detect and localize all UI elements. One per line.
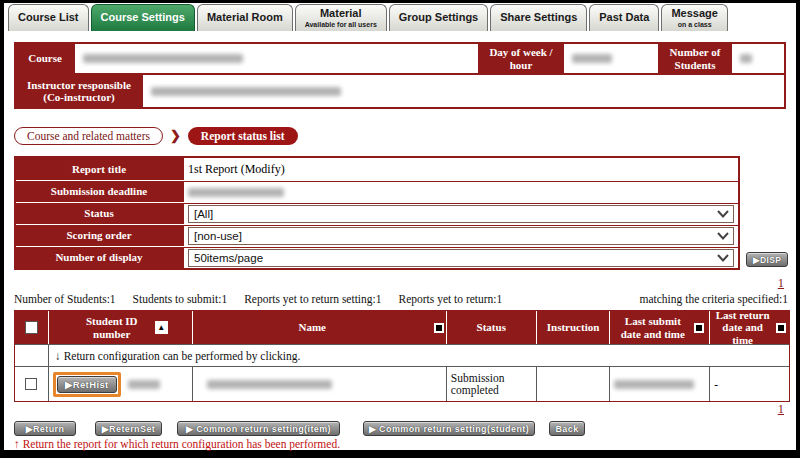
screenshot-frame: Course List Course Settings Material Roo… — [0, 0, 800, 458]
last-submit-cell — [610, 367, 710, 401]
report-filter-table: Report title 1st Report (Modify) Submiss… — [14, 156, 740, 270]
common-return-setting-student-button[interactable]: ▶ Common return setting(student) — [363, 421, 535, 436]
redacted-student-count — [740, 54, 752, 63]
scoring-order-value-cell: [non-use] — [184, 225, 738, 246]
tab-past-data[interactable]: Past Data — [589, 4, 659, 31]
header-name[interactable]: Name — [193, 311, 447, 344]
table-note-row: ↓ Return configuration can be performed … — [15, 344, 789, 366]
number-of-display-value-cell: 50items/page — [184, 247, 738, 268]
last-submit-column-checkbox-icon[interactable] — [694, 323, 704, 333]
stat-number-of-students: Number of Students:1 — [14, 293, 116, 305]
note-row-empty-cell — [15, 345, 49, 366]
header-status: Status — [447, 311, 537, 344]
tab-label: Course List — [18, 12, 79, 24]
course-info-row-1: Course Day of week / hour Number of Stud… — [16, 44, 784, 73]
course-label: Course — [16, 44, 74, 73]
last-return-column-checkbox-icon[interactable] — [776, 323, 786, 333]
filter-row-submission-deadline: Submission deadline — [16, 180, 738, 202]
redacted-student-id — [128, 380, 160, 389]
row-checkbox[interactable] — [25, 378, 37, 390]
status-cell: Submission completed — [447, 367, 537, 401]
header-name-label: Name — [298, 321, 326, 334]
status-select-value: [All] — [194, 208, 213, 220]
tab-label: Group Settings — [399, 12, 478, 24]
course-info-table: Course Day of week / hour Number of Stud… — [14, 42, 786, 109]
page-link-bottom[interactable]: 1 — [778, 402, 784, 417]
header-select-all-cell — [15, 311, 49, 344]
scoring-order-label: Scoring order — [16, 225, 184, 246]
chevron-down-icon — [717, 254, 729, 262]
header-last-submit[interactable]: Last submit date and time — [610, 311, 710, 344]
report-title-value: 1st Report (Modify) — [184, 158, 738, 180]
tab-share-settings[interactable]: Share Settings — [490, 4, 587, 31]
number-of-display-select[interactable]: 50items/page — [188, 249, 734, 267]
header-student-id-label: Student ID number — [73, 315, 151, 340]
return-set-button[interactable]: ▶ReternSet — [95, 421, 162, 436]
tab-sublabel: on a class — [678, 21, 712, 28]
name-cell — [193, 367, 447, 401]
course-value — [74, 44, 479, 73]
header-last-return[interactable]: Last return date and time — [710, 311, 789, 344]
matching-criteria-text: matching the criteria specified:1 — [640, 293, 788, 305]
page-link-top[interactable]: 1 — [778, 276, 784, 291]
tab-message[interactable]: Message on a class — [661, 4, 727, 31]
submission-deadline-value — [184, 181, 738, 202]
number-of-students-label: Number of Students — [659, 44, 731, 73]
last-return-cell: - — [710, 367, 789, 401]
breadcrumb-parent-button[interactable]: Course and related matters — [14, 127, 163, 145]
stat-reports-yet-return-setting: Reports yet to return setting:1 — [244, 293, 381, 305]
header-student-id[interactable]: Student ID number ▲ — [49, 311, 193, 344]
table-header-row: Student ID number ▲ Name Status Instruct… — [15, 311, 789, 344]
redacted-deadline — [188, 188, 284, 197]
chevron-right-icon: ❯ — [170, 128, 181, 144]
disp-button[interactable]: ▶DISP — [746, 252, 788, 267]
number-of-display-label: Number of display — [16, 247, 184, 268]
tab-label: Message — [671, 8, 717, 20]
tab-label: Material Room — [207, 12, 283, 24]
status-select[interactable]: [All] — [188, 205, 734, 223]
header-last-return-label: Last return date and time — [714, 309, 772, 347]
table-row: ▶RetHist Submission completed - — [15, 366, 789, 401]
scoring-order-select[interactable]: [non-use] — [188, 227, 734, 245]
return-button[interactable]: ▶Return — [14, 421, 76, 436]
day-of-week-label: Day of week / hour — [479, 44, 563, 73]
name-column-checkbox-icon[interactable] — [434, 323, 444, 333]
scoring-order-select-value: [non-use] — [194, 230, 242, 242]
day-of-week-value — [563, 44, 659, 73]
tab-material-room[interactable]: Material Room — [197, 4, 293, 31]
status-value-cell: [All] — [184, 203, 738, 224]
tab-course-list[interactable]: Course List — [8, 4, 89, 31]
redacted-course-name — [83, 54, 243, 63]
filter-row-status: Status [All] — [16, 202, 738, 224]
chevron-down-icon — [717, 210, 729, 218]
tab-course-settings[interactable]: Course Settings — [91, 4, 195, 31]
footer-buttons: ▶Return ▶ReternSet ▶ Common return setti… — [14, 421, 585, 436]
rethist-highlight-box: ▶RetHist — [53, 372, 121, 397]
rethist-button[interactable]: ▶RetHist — [57, 376, 117, 393]
redacted-day-of-week — [572, 54, 612, 63]
breadcrumb: Course and related matters ❯ Report stat… — [14, 127, 298, 145]
redacted-student-name — [207, 380, 332, 389]
report-title-label: Report title — [16, 158, 184, 180]
tab-label: Material — [320, 8, 362, 20]
instruction-cell — [537, 367, 611, 401]
stats-line: Number of Students:1 Students to submit:… — [14, 293, 502, 305]
sort-ascending-icon[interactable]: ▲ — [155, 321, 168, 334]
header-instruction: Instruction — [537, 311, 611, 344]
breadcrumb-current-button[interactable]: Report status list — [188, 127, 298, 145]
redacted-last-submit-date — [614, 380, 694, 389]
common-return-setting-item-button[interactable]: ▶ Common return setting(item) — [177, 421, 340, 436]
header-last-submit-label: Last submit date and time — [616, 315, 690, 340]
student-id-cell: ▶RetHist — [49, 367, 193, 401]
tab-label: Past Data — [599, 12, 649, 24]
tab-group-settings[interactable]: Group Settings — [389, 4, 488, 31]
select-all-checkbox[interactable] — [25, 321, 38, 334]
instructor-label: Instructor responsible (Co-instructor) — [16, 75, 142, 107]
filter-row-number-of-display: Number of display 50items/page — [16, 246, 738, 268]
back-button[interactable]: Back — [549, 421, 585, 436]
stat-reports-yet-to-return: Reports yet to return:1 — [399, 293, 503, 305]
report-status-table: Student ID number ▲ Name Status Instruct… — [14, 310, 790, 402]
tab-material[interactable]: Material Available for all users — [295, 4, 387, 31]
tab-bar: Course List Course Settings Material Roo… — [8, 4, 728, 31]
tab-label: Share Settings — [500, 12, 577, 24]
